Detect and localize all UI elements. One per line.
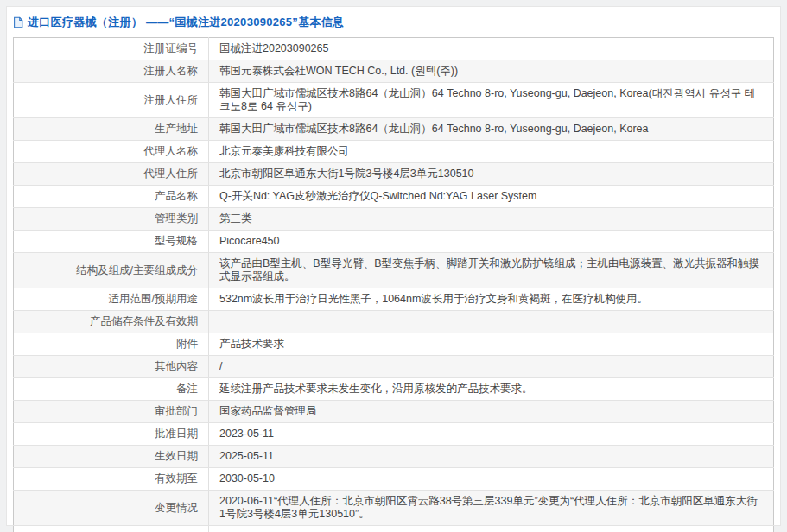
row-label: 注册人名称 (144, 65, 199, 77)
document-icon (12, 16, 24, 28)
table-row: 生产地址 韩国大田广域市儒城区技术8路64（龙山洞）64 Techno 8-ro… (14, 118, 774, 141)
row-label-cell: 注册人名称 (14, 60, 209, 83)
table-row: 代理人住所 北京市朝阳区阜通东大街1号院3号楼4层3单元130510 (14, 163, 774, 186)
row-value-cell: 2025-05-11 (209, 446, 774, 468)
row-label-cell: 生效日期 (14, 446, 209, 468)
table-row: 注册人住所 韩国大田广域市儒城区技术8路64（龙山洞）64 Techno 8-r… (14, 83, 774, 118)
table-row: 结构及组成/主要组成成分 该产品由B型主机、B型导光臂、B型变焦手柄、脚踏开关和… (14, 253, 774, 288)
row-value-text: 2030-05-10 (219, 472, 275, 484)
row-value-cell: 国械注进20203090265 (209, 38, 774, 60)
row-value-cell: 北京市朝阳区阜通东大街1号院3号楼4层3单元130510 (209, 163, 774, 186)
row-label-cell: 产品储存条件及有效期 (14, 311, 209, 333)
row-value-cell: 2023-05-11 (209, 423, 774, 446)
row-value-text: 2023-05-11 (219, 428, 274, 440)
row-label: 产品名称 (155, 190, 198, 202)
row-label: 型号规格 (155, 235, 198, 247)
row-value-cell: 北京元泰美康科技有限公司 (209, 141, 774, 163)
row-value-text: Picocare450 (219, 235, 280, 247)
row-value-text: / (219, 360, 222, 372)
table-row: 注册证编号 国械注进20203090265 (14, 38, 774, 60)
table-row: 生效日期 2025-05-11 (14, 446, 774, 468)
row-label: 注册证编号 (144, 42, 199, 54)
row-value-cell: 韩国大田广域市儒城区技术8路64（龙山洞）64 Techno 8-ro, Yus… (209, 83, 774, 118)
row-label-cell: 审批部门 (14, 401, 209, 423)
row-value-text: 国家药品监督管理局 (219, 405, 317, 417)
row-label-cell: 适用范围/预期用途 (14, 288, 209, 311)
row-label-cell: 代理人住所 (14, 163, 209, 186)
row-value-text: 国械注进20203090265 (219, 42, 328, 54)
row-label-cell: 管理类别 (14, 208, 209, 231)
row-label: 批准日期 (155, 428, 198, 440)
row-value-text: 2020-06-11“代理人住所：北京市朝阳区霄云路38号第三层339单元”变更… (219, 495, 758, 520)
row-value-text: 北京元泰美康科技有限公司 (219, 145, 349, 157)
row-value-cell: / (209, 356, 774, 378)
table-row: 变更情况 2020-06-11“代理人住所：北京市朝阳区霄云路38号第三层339… (14, 491, 774, 526)
row-value-text: 延续注册产品技术要求未发生变化，沿用原核发的产品技术要求。 (219, 383, 533, 395)
row-value-cell: 产品技术要求 (209, 333, 774, 356)
table-row: 注 详情 (14, 526, 774, 532)
row-label: 产品储存条件及有效期 (90, 315, 198, 327)
row-value-cell: 国家药品监督管理局 (209, 401, 774, 423)
table-row: 审批部门 国家药品监督管理局 (14, 401, 774, 423)
table-row: 注册人名称 韩国元泰株式会社WON TECH Co., Ltd. (원텍(주)) (14, 60, 774, 83)
row-label: 结构及组成/主要组成成分 (76, 264, 198, 276)
row-label-cell: 有效期至 (14, 468, 209, 491)
row-value-cell: Picocare450 (209, 231, 774, 253)
row-label-cell: 附件 (14, 333, 209, 356)
row-value-cell: 第三类 (209, 208, 774, 231)
table-row: 产品名称 Q-开关Nd: YAG皮秒激光治疗仪Q-Switched Nd:YAG… (14, 186, 774, 208)
row-value-cell: 韩国大田广域市儒城区技术8路64（龙山洞）64 Techno 8-ro, Yus… (209, 118, 774, 141)
row-label-cell: 注 (14, 526, 209, 532)
table-row: 有效期至 2030-05-10 (14, 468, 774, 491)
row-label: 附件 (176, 338, 198, 350)
row-label-cell: 其他内容 (14, 356, 209, 378)
row-label: 注册人住所 (144, 94, 199, 106)
table-row: 适用范围/预期用途 532nm波长用于治疗日光性黑子，1064nm波长用于治疗文… (14, 288, 774, 311)
row-value-cell: Q-开关Nd: YAG皮秒激光治疗仪Q-Switched Nd:YAG Lase… (209, 186, 774, 208)
row-value-text: 韩国大田广域市儒城区技术8路64（龙山洞）64 Techno 8-ro, Yus… (219, 87, 755, 112)
page-title: 进口医疗器械（注册） ——“国械注进20203090265”基本信息 (28, 15, 344, 30)
table-row: 批准日期 2023-05-11 (14, 423, 774, 446)
row-label-cell: 批准日期 (14, 423, 209, 446)
row-label-cell: 生产地址 (14, 118, 209, 141)
row-value-text: 2025-05-11 (219, 450, 274, 462)
row-label-cell: 注册人住所 (14, 83, 209, 118)
row-label-cell: 结构及组成/主要组成成分 (14, 253, 209, 288)
row-value-cell: 2020-06-11“代理人住所：北京市朝阳区霄云路38号第三层339单元”变更… (209, 491, 774, 526)
row-label: 代理人名称 (144, 145, 199, 157)
row-value-cell: 该产品由B型主机、B型导光臂、B型变焦手柄、脚踏开关和激光防护镜组成；主机由电源… (209, 253, 774, 288)
row-value-text: 韩国大田广域市儒城区技术8路64（龙山洞）64 Techno 8-ro, Yus… (219, 123, 649, 135)
row-value-cell: 532nm波长用于治疗日光性黑子，1064nm波长用于治疗文身和黄褐斑，在医疗机… (209, 288, 774, 311)
table-row: 管理类别 第三类 (14, 208, 774, 231)
registration-info-table: 注册证编号 国械注进20203090265 注册人名称 韩国元泰株式会社WON … (13, 37, 774, 532)
row-value-text: 第三类 (219, 212, 252, 225)
row-value-cell: 韩国元泰株式会社WON TECH Co., Ltd. (원텍(주)) (209, 60, 774, 83)
row-label: 管理类别 (155, 212, 198, 225)
table-row: 备注 延续注册产品技术要求未发生变化，沿用原核发的产品技术要求。 (14, 378, 774, 401)
table-row: 附件 产品技术要求 (14, 333, 774, 356)
row-value-cell: 延续注册产品技术要求未发生变化，沿用原核发的产品技术要求。 (209, 378, 774, 401)
row-label: 审批部门 (155, 405, 198, 417)
row-label: 生产地址 (155, 123, 198, 135)
row-label: 变更情况 (155, 502, 198, 514)
row-value-text: 韩国元泰株式会社WON TECH Co., Ltd. (원텍(주)) (219, 65, 458, 77)
info-table-body: 注册证编号 国械注进20203090265 注册人名称 韩国元泰株式会社WON … (14, 38, 774, 532)
row-label: 备注 (176, 383, 198, 395)
row-label-cell: 注册证编号 (14, 38, 209, 60)
row-label-cell: 型号规格 (14, 231, 209, 253)
row-label-cell: 备注 (14, 378, 209, 401)
row-value-text: 产品技术要求 (219, 338, 284, 350)
row-label: 生效日期 (155, 450, 198, 462)
table-row: 产品储存条件及有效期 (14, 311, 774, 333)
row-label: 适用范围/预期用途 (109, 293, 198, 305)
table-row: 型号规格 Picocare450 (14, 231, 774, 253)
row-value-text: 北京市朝阳区阜通东大街1号院3号楼4层3单元130510 (219, 168, 474, 180)
row-value-text: 该产品由B型主机、B型导光臂、B型变焦手柄、脚踏开关和激光防护镜组成；主机由电源… (219, 257, 759, 282)
row-value-text: Q-开关Nd: YAG皮秒激光治疗仪Q-Switched Nd:YAG Lase… (219, 190, 536, 202)
row-label-cell: 变更情况 (14, 491, 209, 526)
content-card: 进口医疗器械（注册） ——“国械注进20203090265”基本信息 注册证编号… (6, 6, 781, 526)
row-label: 有效期至 (155, 472, 198, 484)
row-label: 其他内容 (155, 360, 198, 372)
row-value-cell: 详情 (209, 526, 774, 532)
row-value-cell: 2030-05-10 (209, 468, 774, 491)
